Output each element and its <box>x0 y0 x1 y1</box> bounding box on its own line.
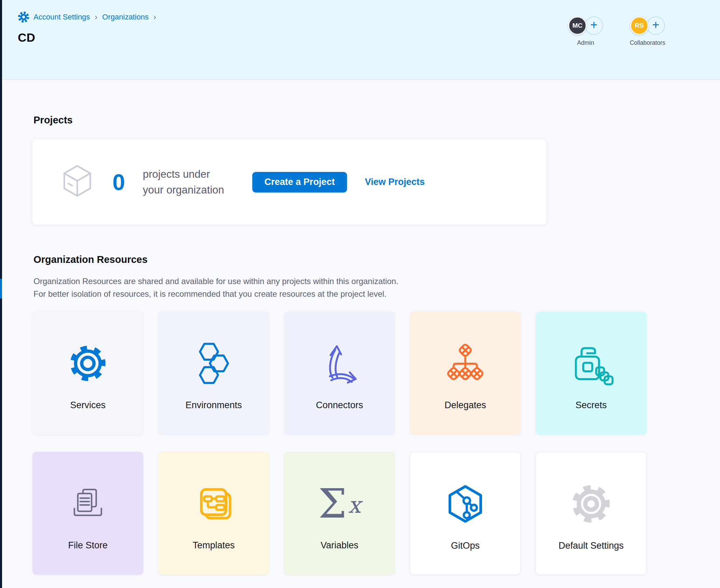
project-count-caption: projects under your organization <box>143 166 224 198</box>
hexagons-icon <box>192 334 236 392</box>
git-hexagon-icon <box>443 475 488 533</box>
project-count: 0 <box>112 169 125 195</box>
node-tree-icon <box>443 334 487 392</box>
admin-avatar[interactable]: MC <box>568 16 587 35</box>
resource-card-variables[interactable]: Σx Variables <box>284 452 395 575</box>
admin-group: MC + Admin <box>568 16 603 46</box>
resource-grid: Services Environments <box>32 312 646 575</box>
page-header: Account Settings › Organizations › CD MC… <box>0 0 720 80</box>
gear-icon <box>67 334 108 392</box>
curved-arrows-icon <box>318 334 361 392</box>
gear-outline-icon <box>570 475 613 533</box>
resource-card-gitops[interactable]: GitOps <box>410 452 521 575</box>
resource-card-file-store[interactable]: File Store <box>32 452 143 575</box>
collaborator-avatar[interactable]: RS <box>630 16 649 35</box>
breadcrumb-organizations[interactable]: Organizations <box>102 13 149 22</box>
admin-label: Admin <box>577 39 594 46</box>
left-edge-active-indicator <box>0 279 2 298</box>
page-title: CD <box>18 31 35 44</box>
org-resources-heading: Organization Resources <box>34 254 648 265</box>
padlock-chain-icon <box>569 334 614 392</box>
organization-settings-page: Account Settings › Organizations › CD MC… <box>0 0 720 588</box>
projects-summary-card: 0 projects under your organization Creat… <box>32 139 546 225</box>
breadcrumb-separator: › <box>153 12 157 22</box>
resource-card-delegates[interactable]: Delegates <box>410 312 521 435</box>
create-project-button[interactable]: Create a Project <box>252 172 347 192</box>
stacked-template-icon <box>192 475 235 533</box>
org-resources-description: Organization Resources are shared and av… <box>34 275 648 300</box>
collaborators-label: Collaborators <box>630 39 665 46</box>
resource-card-services[interactable]: Services <box>32 312 143 435</box>
sigma-x-icon: Σx <box>318 475 361 533</box>
main-content: Projects 0 projects under your organizat… <box>32 80 648 575</box>
view-projects-link[interactable]: View Projects <box>365 177 425 187</box>
resource-card-connectors[interactable]: Connectors <box>284 312 395 435</box>
resource-card-default-settings[interactable]: Default Settings <box>536 452 646 575</box>
settings-gear-icon <box>18 11 29 23</box>
add-admin-button[interactable]: + <box>585 16 603 35</box>
collaborators-group: RS + Collaborators <box>630 16 665 46</box>
resource-card-secrets[interactable]: Secrets <box>536 312 646 435</box>
breadcrumb-separator: › <box>94 12 98 22</box>
add-collaborator-button[interactable]: + <box>646 16 665 35</box>
breadcrumb-account-settings[interactable]: Account Settings <box>34 13 90 22</box>
resource-card-environments[interactable]: Environments <box>158 312 269 435</box>
documents-tray-icon <box>66 475 109 533</box>
breadcrumb: Account Settings › Organizations › <box>18 11 157 23</box>
resource-card-templates[interactable]: Templates <box>158 452 269 575</box>
project-cube-icon <box>60 163 95 201</box>
header-people: MC + Admin RS + Collaborators <box>568 16 665 46</box>
projects-heading: Projects <box>34 115 648 126</box>
